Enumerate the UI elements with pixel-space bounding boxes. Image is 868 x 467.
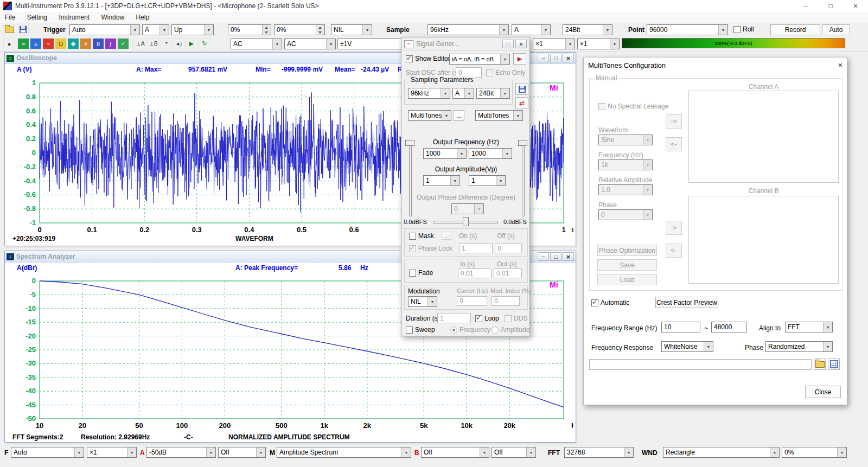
- calibration-button[interactable]: *: [161, 38, 173, 49]
- rerun-button[interactable]: ↻: [199, 38, 210, 49]
- amplitude-a-input[interactable]: 1: [423, 175, 460, 186]
- device-test-plan-button[interactable]: ✓: [117, 38, 129, 49]
- spectrum-minimize-button[interactable]: [538, 252, 549, 261]
- frequency-mult-select[interactable]: ×1: [87, 447, 137, 458]
- amplitude-b-input[interactable]: 1: [469, 175, 506, 186]
- multitones-close-button[interactable]: Close: [805, 386, 841, 398]
- generator-channel-select[interactable]: A: [452, 88, 474, 99]
- data-logger-button[interactable]: #: [80, 38, 92, 49]
- trigger-mode-select[interactable]: Auto: [69, 24, 140, 35]
- browse-file-button[interactable]: [814, 359, 826, 370]
- waveform-b-select[interactable]: MultiTones: [475, 110, 523, 121]
- oscilloscope-minimize-button[interactable]: [538, 54, 549, 62]
- overlap-select[interactable]: 0%: [782, 447, 847, 458]
- open-file-button[interactable]: [3, 24, 15, 35]
- signal-generator-close-button[interactable]: [515, 40, 527, 48]
- automatic-checkbox[interactable]: Automatic: [591, 299, 629, 306]
- generator-play-button[interactable]: ▶: [513, 53, 526, 65]
- a-filter-select[interactable]: Off: [218, 447, 266, 458]
- run-button[interactable]: ▶: [186, 38, 197, 49]
- trigger-level-stepper[interactable]: 0%: [228, 24, 271, 35]
- probe-b-select[interactable]: ×1: [577, 39, 620, 49]
- show-editor-checkbox[interactable]: Show Editor: [406, 55, 450, 62]
- sampling-rate-select[interactable]: 96kHz: [427, 24, 509, 35]
- signal-flow-button[interactable]: ⇄: [515, 97, 528, 109]
- spectrum-analyzer-button[interactable]: ≡: [30, 38, 42, 49]
- record-points-select[interactable]: 96000: [647, 24, 728, 35]
- file-path-input[interactable]: [589, 359, 812, 370]
- probe-a-select[interactable]: ×1: [533, 39, 575, 49]
- phase-mode-select[interactable]: Randomized: [765, 341, 833, 352]
- view-mode-select[interactable]: Amplitude Spectrum: [277, 447, 411, 458]
- window-maximize-button[interactable]: [818, 0, 843, 12]
- signal-generator-restore-button[interactable]: [502, 40, 514, 48]
- save-signal-button[interactable]: [515, 83, 528, 95]
- oscilloscope-restore-button[interactable]: [550, 54, 561, 62]
- record-button[interactable]: Record: [770, 24, 820, 35]
- channel-a-level-slider[interactable]: [405, 138, 414, 219]
- window-close-button[interactable]: [843, 0, 868, 12]
- multitones-title-bar[interactable]: MultiTones Configuration ×: [584, 57, 847, 73]
- tone-table-button[interactable]: [828, 359, 840, 370]
- slider-handle[interactable]: [405, 140, 414, 146]
- auto-scale-button[interactable]: Auto: [822, 24, 850, 35]
- oscilloscope-close-button[interactable]: [563, 54, 574, 62]
- trigger-rejection-select[interactable]: NIL: [331, 24, 372, 35]
- record-button-2[interactable]: ●: [3, 38, 15, 49]
- sampling-channel-select[interactable]: A: [512, 24, 551, 35]
- frequency-a-input[interactable]: 1000: [423, 148, 467, 159]
- sweep-checkbox[interactable]: Sweep: [406, 326, 435, 334]
- menu-instrument[interactable]: Instrument: [54, 12, 94, 23]
- signal-generator-title-bar[interactable]: ~ Signal Gener...: [401, 37, 529, 51]
- spectrum-restore-button[interactable]: [550, 252, 561, 261]
- spin-up-icon[interactable]: [263, 25, 271, 30]
- derived-data-points-button[interactable]: ƒ: [105, 38, 117, 49]
- coupling-a-select[interactable]: AC: [231, 39, 282, 49]
- spin-down-icon[interactable]: [316, 30, 324, 35]
- window-type-select[interactable]: Rectangle: [663, 447, 780, 458]
- modulation-select[interactable]: NIL: [408, 296, 437, 307]
- frequency-from-input[interactable]: 10: [661, 322, 700, 332]
- align-to-select[interactable]: FFT: [785, 322, 833, 332]
- spin-down-icon[interactable]: [263, 30, 271, 35]
- trigger-edge-select[interactable]: Up: [171, 24, 214, 35]
- coupling-b-select[interactable]: AC: [284, 39, 336, 49]
- menu-help[interactable]: Help: [131, 12, 154, 23]
- spin-up-icon[interactable]: [316, 25, 324, 30]
- menu-file[interactable]: File: [0, 12, 20, 23]
- marker-b-button[interactable]: ⊥B: [148, 38, 159, 49]
- trigger-source-select[interactable]: A: [142, 24, 169, 35]
- marker-a-button[interactable]: ⊥A: [135, 38, 146, 49]
- mask-checkbox[interactable]: Mask: [409, 232, 434, 240]
- window-minimize-button[interactable]: [793, 0, 818, 12]
- trigger-delay-stepper[interactable]: 0%: [274, 24, 325, 35]
- b-range-select[interactable]: Off: [421, 447, 489, 458]
- waveform-a-select[interactable]: MultiTones: [408, 110, 451, 121]
- frequency-response-select[interactable]: WhiteNoise: [661, 341, 713, 352]
- menu-setting[interactable]: Setting: [22, 12, 52, 23]
- fade-checkbox[interactable]: Fade: [409, 269, 433, 277]
- spectrum-3d-plot-button[interactable]: ◆: [67, 38, 79, 49]
- frequency-mode-select[interactable]: Auto: [11, 447, 84, 458]
- slider-handle[interactable]: [463, 217, 469, 226]
- sampling-bits-select[interactable]: 24Bit: [563, 24, 612, 35]
- multimeter-button[interactable]: Ω: [55, 38, 67, 49]
- crest-factor-preview-button[interactable]: Crest Factor Preview: [655, 297, 718, 308]
- generator-sample-rate-select[interactable]: 96kHz: [408, 88, 450, 99]
- routing-select[interactable]: iA = oA, iB = oB: [449, 54, 510, 65]
- save-file-button[interactable]: [17, 24, 29, 35]
- oscilloscope-button[interactable]: ≈: [17, 38, 29, 49]
- multitones-close-icon[interactable]: ×: [838, 61, 843, 69]
- ddp-viewer-button[interactable]: 8: [92, 38, 104, 49]
- b-filter-select[interactable]: Off: [492, 447, 536, 458]
- channel-b-level-slider[interactable]: [518, 138, 527, 219]
- fft-size-select[interactable]: 32768: [564, 447, 634, 458]
- signal-generator-button[interactable]: ~: [42, 38, 54, 49]
- generator-bits-select[interactable]: 24Bit: [476, 88, 510, 99]
- slider-handle[interactable]: [518, 140, 527, 146]
- roll-checkbox[interactable]: Roll: [733, 25, 754, 33]
- balance-slider[interactable]: [432, 216, 499, 226]
- volume-button[interactable]: ◄): [173, 38, 184, 49]
- frequency-to-input[interactable]: 48000: [711, 322, 747, 332]
- frequency-b-input[interactable]: 1000: [469, 148, 512, 159]
